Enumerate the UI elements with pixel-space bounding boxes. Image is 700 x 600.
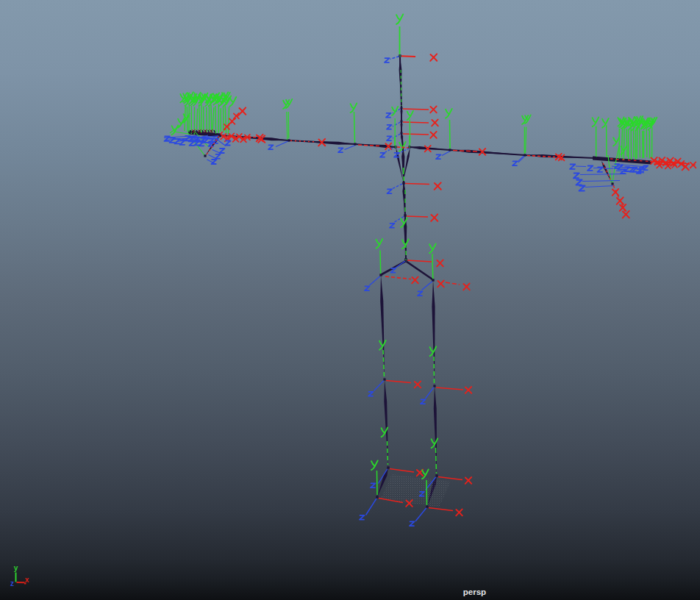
svg-text:z: z <box>10 579 14 588</box>
svg-text:persp: persp <box>463 588 486 596</box>
svg-text:x: x <box>25 576 29 584</box>
svg-text:y: y <box>14 564 18 572</box>
